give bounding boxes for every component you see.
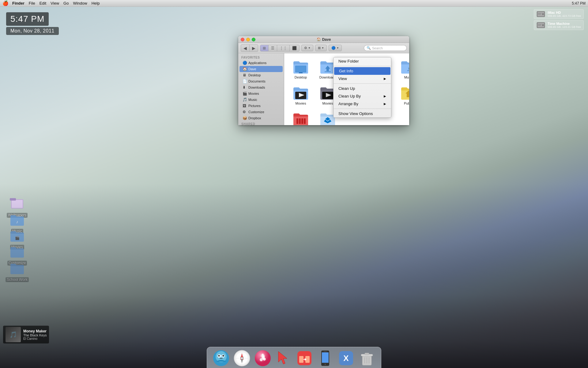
svg-point-52 — [218, 355, 220, 357]
sidebar-item-applications[interactable]: 🔵 Applications — [239, 60, 283, 66]
sidebar-music-label: Music — [248, 98, 257, 102]
dock-item-trash[interactable] — [358, 349, 376, 367]
customize-folder-icon — [9, 243, 25, 259]
menubar-file[interactable]: File — [29, 1, 35, 6]
svg-rect-43 — [301, 118, 303, 124]
coverflow-view-button[interactable]: ⬛ — [290, 45, 299, 51]
context-view[interactable]: View ▶ — [334, 75, 391, 82]
desktop: 🍎 Finder File Edit View Go Window Help 5… — [0, 0, 588, 368]
favorites-section-label: FAVORITES — [238, 55, 284, 60]
menubar-edit[interactable]: Edit — [40, 1, 46, 6]
music-album: El Camino — [23, 337, 47, 340]
menubar-window[interactable]: Window — [73, 1, 87, 6]
sidebar-item-dave[interactable]: 🏠 Dave — [239, 66, 283, 72]
school-work-label: School Work — [6, 277, 29, 282]
svg-rect-68 — [263, 355, 265, 360]
applications-icon: 🔵 — [243, 61, 247, 65]
menubar-go[interactable]: Go — [63, 1, 69, 6]
dock: X — [207, 347, 381, 368]
svg-point-61 — [241, 357, 243, 359]
menubar-right: 5:47 PM — [572, 1, 586, 6]
svg-text:♪: ♪ — [16, 219, 18, 224]
time-machine-drive[interactable]: Time Machine 999.65 GB, 123.21 GB free — [534, 20, 584, 30]
action-button[interactable]: ⚙▼ — [301, 45, 313, 51]
context-new-folder[interactable]: New Folder — [334, 57, 391, 65]
wallpapers-icon — [9, 196, 25, 212]
finder-window: 🏠 Dave ◀ ▶ ⊞ ☰ ⋮⋮ ⬛ ⚙▼ ⊞▼ 🔵▼ — [238, 36, 409, 125]
file-item-music[interactable]: ♪ Music — [396, 58, 409, 81]
context-separator-2 — [334, 83, 391, 84]
music-album-art: 🎵 — [6, 327, 21, 342]
context-get-info[interactable]: Get Info — [334, 67, 390, 75]
svg-rect-4 — [538, 13, 541, 14]
search-box[interactable]: 🔍 Search — [364, 45, 407, 51]
sidebar-item-pictures[interactable]: 🖼 Pictures — [239, 103, 283, 109]
clock-time: 5:47 PM — [6, 12, 49, 26]
movies-sidebar-icon: 🎬 — [243, 91, 247, 96]
context-clean-up-by[interactable]: Clean Up By ▶ — [334, 92, 391, 100]
svg-point-53 — [223, 355, 224, 357]
clock-display: 5:47 PM Mon, Nov 28, 2011 — [6, 12, 59, 35]
dock-item-transmit[interactable] — [295, 349, 314, 367]
library-file-icon — [293, 112, 309, 125]
apple-menu-icon[interactable]: 🍎 — [2, 0, 9, 6]
desktop-item-school-work[interactable]: School Work — [5, 260, 29, 282]
svg-rect-5 — [538, 14, 541, 15]
maximize-button[interactable] — [252, 38, 255, 41]
pictures-sidebar-icon: 🖼 — [243, 104, 247, 108]
menubar-view[interactable]: View — [51, 1, 59, 6]
sidebar-item-documents[interactable]: 📄 Documents — [239, 78, 283, 84]
context-show-view-options[interactable]: Show View Options — [334, 110, 391, 117]
svg-rect-13 — [12, 200, 23, 208]
dock-item-xcode[interactable]: X — [337, 349, 355, 367]
close-button[interactable] — [241, 38, 244, 41]
sidebar-applications-label: Applications — [248, 61, 266, 65]
arrange-by-arrow-icon: ▶ — [384, 102, 386, 105]
sidebar-item-dropbox[interactable]: 📦 Dropbox — [239, 115, 283, 121]
sidebar-documents-label: Documents — [248, 79, 266, 83]
menubar-help[interactable]: Help — [92, 1, 100, 6]
imac-hd-drive[interactable]: iMac HD 999.65 GB, 423.73 GB free — [534, 9, 584, 19]
svg-text:♪: ♪ — [407, 65, 409, 73]
minimize-button[interactable] — [246, 38, 250, 41]
back-button[interactable]: ◀ — [241, 45, 250, 52]
movies-folder-icon: 🎬 — [9, 228, 25, 243]
arrange-button[interactable]: 🔵▼ — [329, 45, 342, 51]
sidebar-item-customize[interactable]: ⚙ Customize — [239, 109, 283, 115]
share-button[interactable]: ⊞▼ — [315, 45, 327, 51]
imac-hd-info: iMac HD 999.65 GB, 423.73 GB free — [548, 11, 581, 17]
dock-item-itunes[interactable] — [254, 349, 272, 367]
svg-point-3 — [542, 14, 543, 15]
context-arrange-by[interactable]: Arrange By ▶ — [334, 100, 391, 108]
sidebar-item-movies[interactable]: 🎬 Movies — [239, 90, 283, 97]
file-item-public[interactable]: Public — [396, 84, 409, 107]
public-file-label: Public — [404, 102, 409, 105]
file-item-movies[interactable]: Movies — [288, 84, 313, 107]
clock-date: Mon, Nov 28, 2011 — [6, 27, 59, 35]
dock-item-safari[interactable] — [233, 349, 251, 367]
icon-view-button[interactable]: ⊞ — [260, 45, 269, 51]
list-view-button[interactable]: ☰ — [269, 45, 277, 51]
svg-rect-10 — [538, 24, 541, 25]
dock-item-finder[interactable] — [212, 349, 230, 367]
finder-sidebar: FAVORITES 🔵 Applications 🏠 Dave 🖥 Deskto… — [238, 53, 284, 125]
shared-section-label: SHARED — [238, 121, 284, 125]
forward-button[interactable]: ▶ — [250, 45, 258, 52]
time-machine-icon — [537, 21, 545, 29]
file-item-desktop[interactable]: Desktop — [288, 58, 313, 81]
context-separator-1 — [334, 66, 391, 66]
dave-home-icon: 🏠 — [243, 67, 247, 71]
sidebar-item-music[interactable]: 🎵 Music — [239, 97, 283, 103]
sidebar-item-downloads[interactable]: ⬇ Downloads — [239, 84, 283, 90]
svg-rect-75 — [322, 352, 329, 363]
menubar-finder[interactable]: Finder — [12, 1, 24, 6]
svg-text:🎬: 🎬 — [15, 236, 20, 240]
column-view-button[interactable]: ⋮⋮ — [277, 45, 290, 51]
sidebar-item-desktop[interactable]: 🖥 Desktop — [239, 72, 283, 78]
svg-rect-14 — [10, 198, 16, 201]
dock-item-iphone-sim[interactable] — [316, 349, 334, 367]
dock-item-pointer[interactable] — [274, 349, 293, 367]
context-clean-up[interactable]: Clean Up — [334, 85, 391, 92]
svg-rect-82 — [365, 353, 369, 355]
file-item-library[interactable]: Library — [288, 110, 313, 125]
